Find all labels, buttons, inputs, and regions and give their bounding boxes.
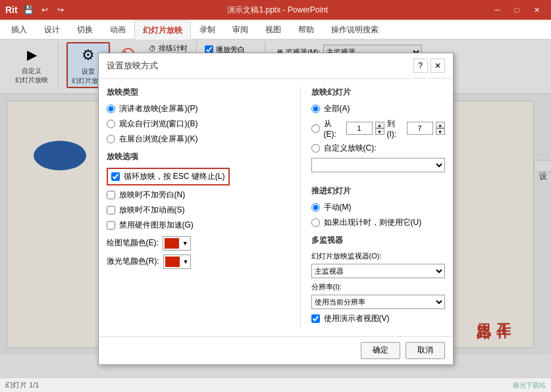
presenter-view-check-label: 使用演示者视图(V) [324,313,390,324]
from-up-btn[interactable]: ▲ [375,122,384,128]
to-spinner-btns: ▲ ▼ [436,122,445,135]
custom-show-select[interactable] [311,158,445,172]
slides-section-title: 放映幻灯片 [311,87,445,98]
radio-kiosk[interactable]: 在展台浏览(全屏幕)(K) [107,134,290,145]
redo-quick-btn[interactable]: ↪ [53,3,68,17]
quick-access-toolbar: Rit 💾 ↩ ↪ [5,3,68,17]
pen-color-btn[interactable]: ▼ [163,236,191,251]
laser-color-btn[interactable]: ▼ [163,255,192,269]
dialog-titlebar: 设置放映方式 ? ✕ [99,53,453,79]
radio-manual[interactable]: 手动(M) [311,202,445,213]
laser-color-swatch [165,257,180,267]
radio-presenter[interactable]: 演讲者放映(全屏幕)(P) [107,103,290,114]
cancel-button[interactable]: 取消 [406,342,445,359]
radio-use-timing[interactable]: 如果出现计时，则使用它(U) [311,217,445,228]
status-bar: 幻灯片 1/1 极光下载站 [0,378,551,392]
radio-audience-label: 观众自行浏览(窗口)(B) [119,118,198,130]
radio-audience[interactable]: 观众自行浏览(窗口)(B) [107,118,290,130]
from-down-btn[interactable]: ▼ [375,128,384,135]
maximize-btn[interactable]: □ [508,3,526,17]
laser-color-label: 激光笔颜色(R): [107,256,159,267]
dialog-controls: ? ✕ [413,59,445,73]
window-title: 演示文稿1.pptx - PowerPoint [68,5,488,16]
dialog-body: 放映类型 演讲者放映(全屏幕)(P) 观众自行浏览(窗口)(B) 在展台浏览(全… [99,79,453,336]
ribbon-tabs: 插入 设计 切换 动画 幻灯片放映 录制 审阅 视图 帮助 操作说明搜索 [0,20,551,39]
tab-insert[interactable]: 插入 [3,20,36,39]
dialog-help-btn[interactable]: ? [413,59,428,73]
radio-custom[interactable]: 自定义放映(C): [311,143,377,154]
dialog-close-btn[interactable]: ✕ [431,59,445,73]
dialog-right-col: 放映幻灯片 全部(A) 从(E): ▲ ▼ [300,87,445,328]
minimize-btn[interactable]: ─ [488,3,506,17]
to-spinner: ▲ ▼ [407,122,445,135]
from-to-row: 从(E): ▲ ▼ 到(I): ▲ ▼ [311,118,445,139]
tab-record[interactable]: 录制 [191,20,224,39]
slideshow-monitor-select[interactable]: 主监视器 [311,264,445,278]
no-animation-label: 放映时不加动画(S) [119,205,185,216]
status-text: 幻灯片 1/1 [5,380,39,390]
type-section-title: 放映类型 [107,87,290,98]
radio-all-slides[interactable]: 全部(A) [311,103,445,114]
tab-animation[interactable]: 动画 [101,20,134,39]
title-bar-left: Rit 💾 ↩ ↪ [5,3,68,17]
pen-color-arrow: ▼ [180,240,190,247]
resolution-label: 分辨率(I): [311,282,445,292]
tab-review[interactable]: 审阅 [224,20,257,39]
ok-button[interactable]: 确定 [361,342,400,359]
app-logo: Rit [5,5,18,15]
custom-show-label: 自定义放映(C): [324,143,377,154]
close-btn[interactable]: ✕ [527,3,546,17]
radio-from[interactable]: 从(E): [311,118,344,139]
disable-hw-label: 禁用硬件图形加速(G) [119,220,194,231]
title-controls: ─ □ ✕ [488,3,546,17]
laser-color-row: 激光笔颜色(R): ▼ [107,255,290,269]
all-slides-label: 全部(A) [324,103,350,114]
no-narration-checkbox[interactable]: 放映时不加旁白(N) [107,189,290,201]
tab-search[interactable]: 操作说明搜索 [323,20,387,39]
dialog-overlay: 设置放映方式 ? ✕ 放映类型 演讲者放映(全屏幕)(P) 观众自行浏览(窗口)… [0,39,551,378]
options-section-title: 放映选项 [107,151,290,162]
slideshow-monitor-label: 幻灯片放映监视器(O): [311,251,445,261]
pen-color-swatch [165,238,179,249]
to-label: 到(I): [387,118,404,139]
radio-kiosk-label: 在展台浏览(全屏幕)(K) [119,134,198,145]
loop-checkbox-input[interactable] [111,172,120,181]
pen-color-label: 绘图笔颜色(E): [107,237,159,249]
use-timing-label: 如果出现计时，则使用它(U) [324,217,422,228]
manual-label: 手动(M) [324,202,352,213]
to-input[interactable] [407,122,433,135]
advance-section-title: 推进幻灯片 [311,185,445,197]
loop-checkbox-highlighted[interactable]: 循环放映，按 ESC 键终止(L) [107,168,230,185]
tab-design[interactable]: 设计 [36,20,68,39]
from-input[interactable] [346,122,373,135]
tab-transition[interactable]: 切换 [68,20,101,39]
from-label: 从(E): [324,118,344,139]
tab-slideshow[interactable]: 幻灯片放映 [134,20,191,39]
dialog-footer: 确定 取消 [99,336,453,364]
to-up-btn[interactable]: ▲ [436,122,445,128]
resolution-select[interactable]: 使用当前分辨率 [311,295,445,309]
undo-quick-btn[interactable]: ↩ [38,3,52,17]
multimonitor-section-title: 多监视器 [311,235,445,246]
pen-color-row: 绘图笔颜色(E): ▼ [107,236,290,251]
laser-color-arrow: ▼ [181,258,191,265]
to-down-btn[interactable]: ▼ [436,128,445,135]
disable-hw-checkbox[interactable]: 禁用硬件图形加速(G) [107,220,290,231]
custom-show-row: 自定义放映(C): [311,143,445,154]
loop-checkbox-label: 循环放映，按 ESC 键终止(L) [124,171,225,182]
radio-presenter-label: 演讲者放映(全屏幕)(P) [119,103,198,114]
dialog-left-col: 放映类型 演讲者放映(全屏幕)(P) 观众自行浏览(窗口)(B) 在展台浏览(全… [107,87,290,328]
from-spinner: ▲ ▼ [346,122,384,135]
tab-view[interactable]: 视图 [257,20,290,39]
title-bar: Rit 💾 ↩ ↪ 演示文稿1.pptx - PowerPoint ─ □ ✕ [0,0,551,20]
dialog-title: 设置放映方式 [107,60,158,72]
setup-dialog: 设置放映方式 ? ✕ 放映类型 演讲者放映(全屏幕)(P) 观众自行浏览(窗口)… [98,53,454,365]
watermark: 极光下载站 [513,381,546,390]
no-animation-checkbox[interactable]: 放映时不加动画(S) [107,205,290,216]
save-quick-btn[interactable]: 💾 [22,3,36,17]
no-narration-label: 放映时不加旁白(N) [119,189,186,201]
tab-help[interactable]: 帮助 [290,20,323,39]
presenter-view-checkbox[interactable]: 使用演示者视图(V) [311,313,445,324]
from-spinner-btns: ▲ ▼ [375,122,384,135]
